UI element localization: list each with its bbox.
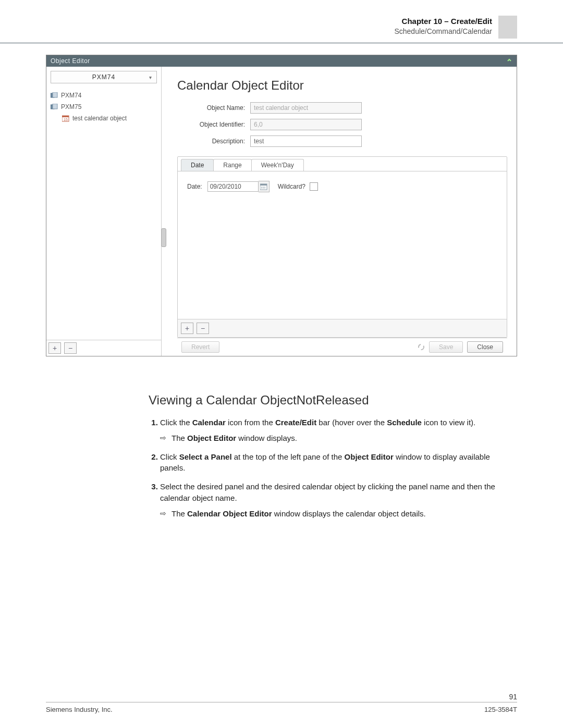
object-identifier-field: 6,0 — [250, 119, 362, 130]
doc-body: Viewing a Calendar ObjectNotReleased Cli… — [149, 393, 517, 519]
window-titlebar[interactable]: Object Editor — [46, 55, 517, 67]
object-identifier-label: Object Identifier: — [177, 121, 250, 128]
page-number: 91 — [509, 693, 517, 701]
tree-item-label: test calendar object — [72, 115, 127, 122]
svg-rect-5 — [62, 116, 69, 117]
description-label: Description: — [177, 138, 250, 145]
tree-item-pxm75[interactable]: PXM75 — [46, 101, 161, 113]
revert-button[interactable]: Revert — [181, 341, 219, 353]
step-1: Click the Calendar icon from the Create/… — [160, 417, 517, 444]
object-name-field: test calendar object — [250, 102, 362, 114]
device-icon — [51, 104, 58, 110]
tree-item-label: PXM74 — [61, 92, 81, 99]
calendar-icon: 15 — [62, 115, 69, 122]
tree-remove-button[interactable]: − — [64, 342, 77, 354]
tree-add-button[interactable]: + — [48, 342, 61, 354]
panel-select-value: PXM74 — [92, 73, 115, 81]
step-2: Click Select a Panel at the top of the l… — [160, 451, 517, 474]
tree-item-calendar-object[interactable]: 15 test calendar object — [46, 113, 161, 124]
editor-footer: Revert Save Close — [177, 338, 507, 356]
section-heading: Viewing a Calendar ObjectNotReleased — [149, 393, 517, 408]
panel-tree: PXM74 PXM75 15 test calendar object — [46, 88, 161, 340]
svg-point-12 — [419, 344, 424, 350]
wildcard-checkbox[interactable] — [310, 182, 318, 191]
object-name-label: Object Name: — [177, 104, 250, 112]
chapter-title: Chapter 10 – Create/Edit — [394, 16, 492, 27]
date-remove-button[interactable]: − — [197, 323, 209, 334]
maximize-icon[interactable] — [506, 58, 512, 64]
date-picker-button[interactable] — [259, 181, 270, 192]
object-editor-window: Object Editor PXM74 ▾ PXM74 — [46, 55, 517, 356]
close-button[interactable]: Close — [467, 341, 503, 353]
tab-range[interactable]: Range — [213, 159, 251, 171]
left-panel: PXM74 ▾ PXM74 PXM75 — [46, 67, 162, 356]
editor-panel: Calendar Object Editor Object Name: test… — [162, 67, 517, 356]
save-button[interactable]: Save — [429, 341, 463, 353]
svg-rect-1 — [53, 92, 57, 97]
panel-select-dropdown[interactable]: PXM74 ▾ — [51, 71, 157, 83]
page-header: Chapter 10 – Create/Edit Schedule/Comman… — [0, 0, 563, 43]
breadcrumb: Schedule/Command/Calendar — [394, 27, 492, 37]
device-icon — [51, 92, 58, 98]
svg-text:15: 15 — [64, 118, 68, 121]
date-label: Date: — [187, 183, 202, 190]
tab-weeknday[interactable]: Week'n'Day — [251, 159, 304, 171]
step-1-result: The Object Editor window displays. — [172, 433, 517, 444]
date-add-button[interactable]: + — [181, 323, 193, 334]
window-title: Object Editor — [51, 57, 90, 65]
step-3-result: The Calendar Object Editor window displa… — [172, 508, 517, 520]
calendar-icon — [260, 183, 267, 190]
editor-title: Calendar Object Editor — [177, 78, 507, 93]
page-footer: Siemens Industry, Inc. 125-3584T — [46, 702, 517, 713]
svg-rect-3 — [53, 104, 57, 109]
busy-icon — [418, 343, 425, 351]
svg-rect-8 — [260, 184, 267, 186]
step-3: Select the desired panel and the desired… — [160, 481, 517, 519]
tree-item-label: PXM75 — [61, 103, 81, 110]
description-field[interactable]: test — [250, 135, 362, 147]
tree-item-pxm74[interactable]: PXM74 — [46, 90, 161, 101]
footer-company: Siemens Industry, Inc. — [46, 706, 113, 713]
wildcard-label: Wildcard? — [278, 183, 305, 190]
footer-doc-id: 125-3584T — [484, 706, 517, 713]
tab-date[interactable]: Date — [181, 159, 214, 171]
date-input[interactable]: 09/20/2010 — [207, 181, 259, 192]
header-ornament — [498, 16, 517, 39]
chevron-down-icon: ▾ — [149, 75, 152, 80]
date-card: Date Range Week'n'Day Date: 09/20/2010 W… — [177, 156, 507, 338]
